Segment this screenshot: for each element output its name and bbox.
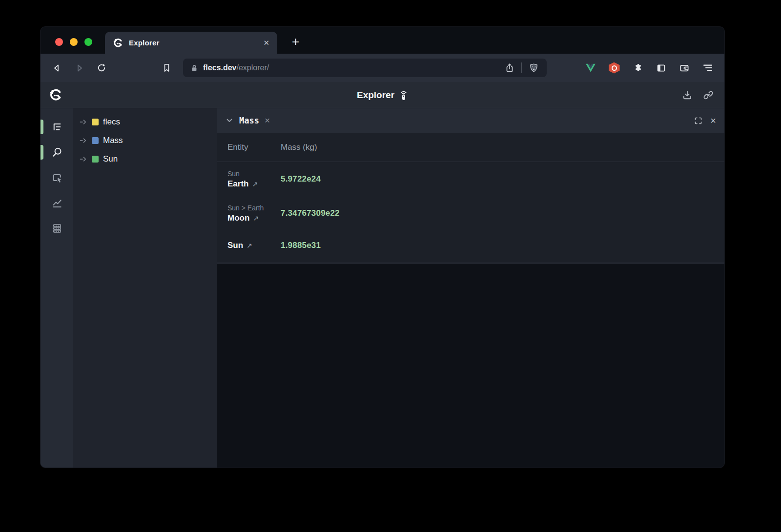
traffic-lights — [55, 38, 92, 46]
entity-link[interactable]: Sun — [227, 241, 243, 250]
expand-chevron-icon[interactable] — [80, 118, 87, 126]
url-domain: flecs.dev — [203, 63, 236, 72]
table-row: Sun Earth ↗ 5.9722e24 — [217, 162, 724, 196]
share-link-icon[interactable] — [701, 88, 716, 102]
entity-tree-panel: flecs Mass Sun — [73, 108, 217, 468]
table-row: Sun > Earth Moon ↗ 7.34767309e22 — [217, 196, 724, 230]
url-text: flecs.dev/explorer/ — [203, 63, 269, 72]
icon-rail — [41, 108, 73, 468]
back-button[interactable] — [49, 61, 64, 75]
external-link-icon[interactable]: ↗ — [253, 214, 259, 222]
url-bar[interactable]: flecs.dev/explorer/ — [183, 59, 547, 77]
tab-title: Explorer — [129, 39, 258, 47]
entity-tree-icon — [51, 122, 62, 133]
download-icon[interactable] — [680, 88, 695, 102]
search-icon — [51, 146, 63, 158]
expand-chevron-icon[interactable] — [80, 155, 87, 163]
empty-canvas — [217, 264, 724, 468]
fullscreen-icon[interactable] — [694, 116, 703, 125]
table-rows-icon — [51, 223, 63, 234]
entity-parent-path: Sun — [227, 170, 281, 178]
column-header-mass: Mass (kg) — [281, 143, 317, 152]
share-icon[interactable] — [502, 61, 517, 75]
active-indicator — [41, 120, 43, 134]
forward-button[interactable] — [72, 61, 86, 75]
tab-close-icon[interactable]: ✕ — [263, 39, 269, 47]
sidebar-toggle-icon[interactable] — [655, 61, 667, 74]
browser-tab-strip: Explorer ✕ + — [41, 27, 724, 54]
rail-item-stats[interactable] — [41, 190, 73, 216]
extensions-puzzle-icon[interactable] — [631, 61, 644, 74]
brave-shield-icon[interactable] — [526, 61, 541, 75]
new-tab-button[interactable]: + — [292, 35, 299, 48]
tree-item-label: flecs — [103, 117, 120, 127]
table-header-row: Entity Mass (kg) — [217, 133, 724, 162]
query-results-table: Entity Mass (kg) Sun Earth ↗ 5.9722e24 — [217, 133, 724, 264]
active-indicator — [41, 145, 43, 160]
extensions-row — [584, 61, 714, 74]
table-row: Sun ↗ 1.9885e31 — [217, 230, 724, 263]
app-header-actions — [680, 88, 716, 102]
entity-parent-path: Sun > Earth — [227, 204, 281, 212]
browser-window: Explorer ✕ + flec — [41, 27, 724, 468]
page-title: Explorer — [357, 89, 408, 101]
query-title: Mass — [239, 116, 259, 125]
query-panel-actions: × — [694, 116, 716, 125]
rail-item-tree[interactable] — [41, 114, 73, 140]
wallet-icon[interactable] — [678, 61, 691, 74]
tree-item-mass[interactable]: Mass — [73, 131, 217, 150]
external-link-icon[interactable]: ↗ — [247, 242, 252, 249]
entity-cell: Sun ↗ — [217, 241, 281, 250]
entity-color-square — [92, 156, 99, 163]
expand-chevron-icon[interactable] — [80, 137, 87, 144]
lock-icon — [190, 63, 199, 73]
mass-value: 7.34767309e22 — [281, 208, 340, 218]
remote-connection-icon — [399, 89, 408, 101]
line-chart-icon — [51, 197, 63, 209]
entity-link[interactable]: Moon — [227, 213, 249, 223]
page-title-text: Explorer — [357, 90, 394, 101]
tree-item-sun[interactable]: Sun — [73, 150, 217, 168]
entity-link[interactable]: Earth — [227, 179, 248, 189]
reload-button[interactable] — [94, 61, 109, 75]
zoom-window-button[interactable] — [84, 38, 92, 46]
flecs-logo — [49, 88, 63, 102]
panel-close-icon[interactable]: × — [710, 116, 716, 125]
query-close-icon[interactable]: × — [265, 115, 270, 126]
browser-menu-icon[interactable] — [701, 61, 714, 74]
close-window-button[interactable] — [55, 38, 63, 46]
column-header-entity: Entity — [217, 143, 281, 152]
rail-item-search[interactable] — [41, 140, 73, 165]
bookmark-icon[interactable] — [159, 61, 174, 75]
app-content: flecs Mass Sun — [41, 108, 724, 468]
tab-explorer[interactable]: Explorer ✕ — [105, 32, 277, 54]
collapse-chevron-icon[interactable] — [225, 116, 234, 125]
external-link-icon[interactable]: ↗ — [252, 180, 258, 188]
select-cursor-icon — [51, 172, 63, 184]
tree-item-label: Sun — [103, 154, 118, 164]
extension-hexagon-icon[interactable] — [608, 61, 620, 74]
rail-item-inspect[interactable] — [41, 165, 73, 190]
rail-item-tables[interactable] — [41, 216, 73, 241]
query-panel-header: Mass × × — [217, 108, 724, 133]
mass-value: 5.9722e24 — [281, 174, 321, 184]
app-header: Explorer — [41, 82, 724, 108]
main-area: Mass × × Entity Mass (kg) — [217, 108, 724, 468]
url-divider — [521, 62, 522, 73]
tree-item-label: Mass — [103, 136, 123, 145]
mass-value: 1.9885e31 — [281, 241, 321, 250]
entity-cell: Sun > Earth Moon ↗ — [217, 204, 281, 223]
flecs-favicon — [113, 38, 123, 48]
browser-toolbar: flecs.dev/explorer/ — [41, 54, 724, 82]
tree-item-flecs[interactable]: flecs — [73, 113, 217, 131]
entity-cell: Sun Earth ↗ — [217, 170, 281, 189]
entity-color-square — [92, 137, 99, 144]
entity-color-square — [92, 119, 99, 125]
url-path: /explorer/ — [236, 63, 269, 72]
minimize-window-button[interactable] — [70, 38, 78, 46]
vue-devtools-icon[interactable] — [584, 61, 597, 74]
